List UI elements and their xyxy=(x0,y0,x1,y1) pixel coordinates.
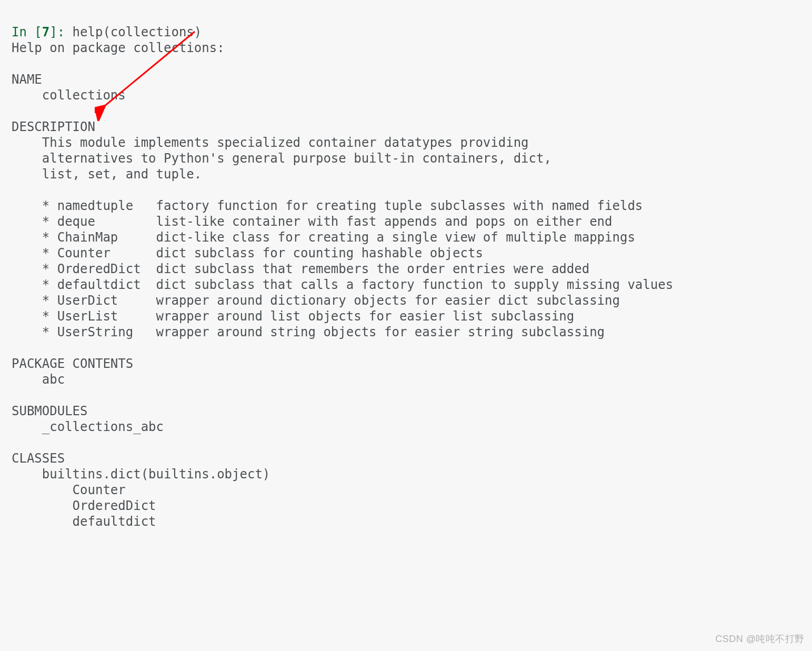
description-item: * deque list-like container with fast ap… xyxy=(12,214,613,229)
classes-line: Counter xyxy=(12,483,126,497)
description-item: * UserList wrapper around list objects f… xyxy=(12,309,574,324)
section-submodules-header: SUBMODULES xyxy=(12,404,88,418)
help-header: Help on package collections: xyxy=(12,41,225,55)
ipython-cell: In [7]: help(collections) Help on packag… xyxy=(0,0,812,538)
classes-line: OrderedDict xyxy=(12,498,156,513)
description-item: * namedtuple factory function for creati… xyxy=(12,198,643,213)
section-package-contents-header: PACKAGE CONTENTS xyxy=(12,356,133,371)
input-prompt: In [7]: xyxy=(12,25,73,39)
classes-line: builtins.dict(builtins.object) xyxy=(12,467,270,482)
section-classes-header: CLASSES xyxy=(12,451,65,466)
prompt-number: 7 xyxy=(42,25,49,39)
section-name-value: collections xyxy=(12,88,126,103)
watermark-text: CSDN @吨吨不打野 xyxy=(715,631,805,647)
prompt-close: ]: xyxy=(49,25,72,39)
description-item: * defaultdict dict subclass that calls a… xyxy=(12,277,673,292)
package-contents-value: abc xyxy=(12,372,65,387)
description-item: * UserDict wrapper around dictionary obj… xyxy=(12,293,620,308)
description-line: list, set, and tuple. xyxy=(12,167,202,182)
input-code[interactable]: help(collections) xyxy=(73,25,202,39)
description-item: * OrderedDict dict subclass that remembe… xyxy=(12,262,589,276)
section-description-header: DESCRIPTION xyxy=(12,119,95,134)
description-item: * UserString wrapper around string objec… xyxy=(12,325,605,339)
description-item: * ChainMap dict-like class for creating … xyxy=(12,230,635,245)
submodules-value: _collections_abc xyxy=(12,419,164,434)
prompt-in-label: In [ xyxy=(12,25,42,39)
section-name-header: NAME xyxy=(12,72,42,87)
description-item: * Counter dict subclass for counting has… xyxy=(12,246,483,261)
description-line: This module implements specialized conta… xyxy=(12,135,529,150)
classes-line: defaultdict xyxy=(12,514,156,529)
description-line: alternatives to Python's general purpose… xyxy=(12,151,552,166)
